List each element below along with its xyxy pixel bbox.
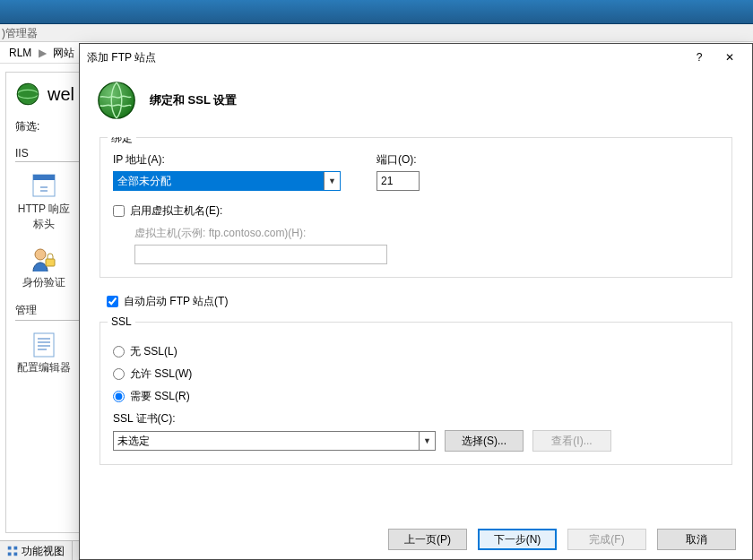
auth-icon	[30, 245, 58, 273]
bg-app-label: )管理器	[0, 24, 753, 42]
breadcrumb-seg-sites[interactable]: 网站	[53, 47, 74, 59]
dialog-footer: 上一页(P) 下一步(N) 完成(F) 取消	[80, 520, 752, 559]
dialog-title: 添加 FTP 站点	[87, 50, 684, 65]
virtual-host-input	[134, 245, 387, 264]
svg-point-12	[99, 82, 134, 118]
page-title: wel	[48, 84, 74, 105]
tab-features-view[interactable]: 功能视图	[0, 541, 73, 560]
cancel-button[interactable]: 取消	[657, 529, 736, 550]
ssl-none-label: 无 SSL(L)	[130, 344, 177, 359]
feature-config-editor[interactable]: 配置编辑器	[15, 330, 73, 375]
ssl-group: SSL 无 SSL(L) 允许 SSL(W) 需要 SSL(R) SSL 证书(…	[100, 322, 732, 465]
enable-virtual-host-label: 启用虚拟主机名(E):	[130, 203, 222, 219]
enable-virtual-host-checkbox[interactable]: 启用虚拟主机名(E):	[113, 203, 719, 219]
ssl-allow-input[interactable]	[113, 368, 125, 380]
feature-http-response-headers[interactable]: HTTP 响应标头	[15, 171, 73, 232]
svg-rect-10	[8, 553, 12, 556]
auto-start-label: 自动启动 FTP 站点(T)	[124, 294, 228, 309]
previous-button[interactable]: 上一页(P)	[388, 529, 467, 550]
dialog-step-title: 绑定和 SSL 设置	[150, 92, 237, 108]
ssl-require-input[interactable]	[113, 391, 125, 402]
ip-address-label: IP 地址(A):	[113, 152, 341, 168]
ip-address-input[interactable]	[114, 172, 324, 190]
chevron-down-icon[interactable]: ▼	[324, 172, 340, 190]
svg-rect-9	[14, 547, 18, 550]
enable-virtual-host-input[interactable]	[113, 205, 125, 217]
binding-legend: 绑定	[108, 137, 136, 146]
next-button[interactable]: 下一步(N)	[478, 529, 557, 550]
help-button[interactable]: ?	[684, 47, 714, 68]
svg-rect-4	[33, 175, 55, 180]
finish-button: 完成(F)	[567, 529, 646, 550]
port-label: 端口(O):	[376, 152, 420, 168]
ssl-view-button: 查看(I)...	[532, 430, 611, 452]
close-button[interactable]: ✕	[714, 47, 745, 68]
port-input[interactable]	[376, 171, 420, 191]
grid-icon	[7, 546, 18, 556]
bg-window-titlebar	[0, 0, 753, 24]
feature-authentication[interactable]: 身份验证	[15, 245, 73, 290]
ssl-cert-label: SSL 证书(C):	[113, 411, 719, 426]
svg-point-5	[35, 249, 46, 260]
chevron-down-icon[interactable]: ▼	[419, 432, 435, 450]
binding-group: 绑定 IP 地址(A): ▼ 端口(O): 启用虚拟主机名(E):	[100, 137, 732, 278]
svg-rect-6	[46, 259, 55, 266]
globe-icon	[15, 82, 40, 107]
http-headers-icon	[30, 171, 58, 200]
ssl-none-input[interactable]	[113, 346, 125, 358]
ssl-require-radio[interactable]: 需要 SSL(R)	[113, 389, 719, 404]
ssl-select-button[interactable]: 选择(S)...	[445, 430, 524, 452]
ssl-none-radio[interactable]: 无 SSL(L)	[113, 344, 719, 359]
auto-start-input[interactable]	[107, 296, 118, 307]
svg-rect-7	[34, 333, 54, 357]
ssl-allow-label: 允许 SSL(W)	[130, 366, 192, 382]
ip-address-combo[interactable]: ▼	[113, 171, 341, 191]
breadcrumb-seg-rlm[interactable]: RLM	[9, 47, 31, 59]
ssl-allow-radio[interactable]: 允许 SSL(W)	[113, 366, 719, 382]
ssl-cert-input[interactable]	[114, 432, 419, 450]
svg-rect-8	[8, 547, 12, 550]
chevron-right-icon: ▶	[39, 47, 47, 59]
config-editor-icon	[30, 330, 58, 358]
globe-icon	[96, 80, 137, 121]
add-ftp-site-dialog: 添加 FTP 站点 ? ✕ 绑定和 SSL 设置 绑定 IP 地址	[79, 43, 753, 560]
ssl-legend: SSL	[108, 315, 135, 328]
ssl-cert-combo[interactable]: ▼	[113, 431, 436, 451]
virtual-host-label: 虚拟主机(示例: ftp.contoso.com)(H):	[134, 226, 719, 241]
ssl-require-label: 需要 SSL(R)	[130, 389, 190, 404]
auto-start-checkbox[interactable]: 自动启动 FTP 站点(T)	[107, 294, 732, 309]
svg-rect-11	[14, 553, 18, 556]
